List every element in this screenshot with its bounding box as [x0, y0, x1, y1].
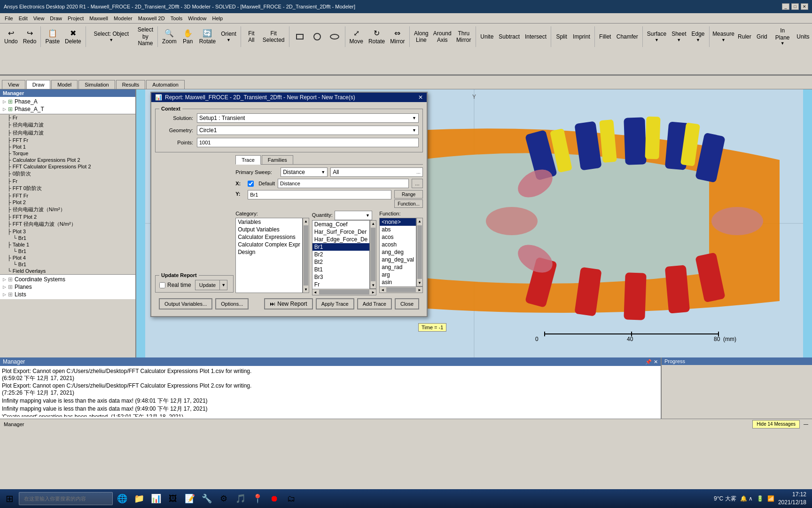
coord-sys-item[interactable]: ▷ ⊞ Coordinate Systems [1, 276, 134, 283]
maximize-btn[interactable]: □ [791, 3, 799, 10]
qty-fr[interactable]: Fr [312, 281, 369, 288]
qty-br2[interactable]: Br2 [312, 251, 369, 258]
fn-none[interactable]: <none> [380, 218, 416, 226]
notification-area[interactable]: 🔔 ∧ [740, 495, 753, 502]
tree-radial2[interactable]: ├ 径向电磁力波 [0, 129, 135, 137]
function-button[interactable]: Function... [394, 199, 423, 208]
sheet-button[interactable]: Sheet ▼ [669, 26, 688, 47]
move-button[interactable]: ⤢ Move [347, 26, 366, 47]
in-plane-button[interactable]: In Plane ▼ [771, 26, 794, 47]
cat-scroll-down[interactable]: ▼ [303, 286, 309, 293]
taskbar-app3[interactable]: 🎵 [233, 491, 248, 506]
tree-fft-0[interactable]: ├ FFT 0阶阶次 [0, 184, 135, 192]
menu-view[interactable]: View [31, 15, 47, 22]
close-btn[interactable]: ✕ [801, 3, 808, 10]
fn-ang-deg-val[interactable]: ang_deg_val [380, 256, 416, 263]
tree-plot1[interactable]: ├ Plot 1 [0, 143, 135, 150]
redo-button[interactable]: ↪ Redo [21, 26, 39, 47]
taskbar-img[interactable]: 🖼 [165, 491, 180, 506]
intersect-button[interactable]: Intersect [523, 26, 549, 47]
tree-br1-2[interactable]: └ Br1 [0, 248, 135, 254]
menu-maxwell[interactable]: Maxwell [86, 15, 111, 22]
update-button[interactable]: Update [195, 280, 220, 290]
message-content[interactable]: Plot Export: Cannot open C:/Users/zheliu… [0, 366, 661, 417]
y-input[interactable] [248, 190, 391, 199]
cat-output[interactable]: Output Variables [236, 226, 302, 233]
paste-button[interactable]: 📋 Paste [43, 26, 62, 47]
tree-radial-nm[interactable]: ├ 径向电磁力波（N/m²） [0, 206, 135, 214]
quantity-scrollbar[interactable]: ▲ ▼ [370, 220, 376, 289]
fn-ang-deg[interactable]: ang_deg [380, 248, 416, 256]
tree-field-overlays[interactable]: └ Field Overlays [0, 268, 135, 274]
menu-file[interactable]: File [2, 15, 16, 22]
tree-list[interactable]: ├ Fr ├ 径向电磁力波 ├ 径向电磁力波 ├ FFT Fr ├ Plot 1… [0, 114, 135, 274]
taskbar-folder[interactable]: 🗂 [284, 491, 299, 506]
primary-sweep-dropdown[interactable]: Distance ▼ [281, 167, 328, 177]
undo-button[interactable]: ↩ Undo [2, 26, 20, 47]
quantity-dropdown[interactable]: ▼ [335, 211, 372, 220]
phase-a-item[interactable]: ▷ ⊞ Phase_A [1, 98, 134, 105]
qty-br3[interactable]: Br3 [312, 273, 369, 281]
output-variables-button[interactable]: Output Variables... [159, 298, 212, 310]
menu-modeler[interactable]: Modeler [111, 15, 135, 22]
pan-button[interactable]: ✋ Pan [180, 26, 196, 47]
subtract-button[interactable]: Subtract [496, 26, 522, 47]
tree-fft-radial[interactable]: ├ FFT 径向电磁力波（N/m²） [0, 220, 135, 228]
dialog-close-button[interactable]: ✕ [418, 94, 423, 101]
taskbar-record[interactable]: ⏺ [267, 491, 282, 506]
planes-item[interactable]: ▷ ⊞ Planes [1, 283, 134, 291]
cat-scroll-up[interactable]: ▲ [303, 218, 309, 224]
tree-fft-fr[interactable]: ├ FFT Fr [0, 137, 135, 143]
tree-radial1[interactable]: ├ 径向电磁力波 [0, 121, 135, 129]
imprint-button[interactable]: Imprint [570, 26, 593, 47]
tab-results[interactable]: Results [116, 80, 146, 89]
fillet-button[interactable]: Fillet [597, 26, 614, 47]
fit-selected-button[interactable]: Fit Selected [260, 26, 287, 47]
taskbar-edge[interactable]: 🌐 [115, 491, 130, 506]
qty-hscroll-left[interactable]: ◄ [312, 290, 318, 294]
tree-fft-plot2[interactable]: ├ FFT Plot 2 [0, 214, 135, 220]
report-dialog[interactable]: 📊 Report: Maxwell_FROCE - 2D_Transient_2… [150, 92, 428, 317]
fn-scroll-up[interactable]: ▲ [417, 218, 422, 224]
chamfer-button[interactable]: Chamfer [614, 26, 640, 47]
primary-sweep-all[interactable]: All … [330, 167, 423, 177]
cat-scroll-thumb[interactable] [304, 225, 308, 286]
points-input[interactable] [197, 138, 419, 147]
unite-button[interactable]: Unite [478, 26, 496, 47]
zoom-button[interactable]: 🔍 Zoom [160, 26, 179, 47]
function-scrollbar[interactable]: ▲ ▼ [416, 218, 423, 286]
category-list[interactable]: Variables Output Variables Calculator Ex… [235, 218, 303, 293]
msg-pin-button[interactable]: 📌 [645, 359, 652, 365]
function-list[interactable]: <none> abs acos acosh ang_deg ang_deg_va… [379, 218, 416, 286]
new-report-button[interactable]: ⏭ New Report [264, 298, 312, 310]
tab-trace[interactable]: Trace [235, 155, 261, 165]
fn-arg[interactable]: arg [380, 271, 416, 278]
x-browse-button[interactable]: … [412, 179, 423, 188]
qty-bt2[interactable]: Bt2 [312, 258, 369, 266]
realtime-checkbox[interactable] [159, 282, 165, 288]
tree-table1[interactable]: ├ Table 1 [0, 241, 135, 248]
menu-help[interactable]: Help [209, 15, 226, 22]
range-button[interactable]: Range [394, 190, 423, 198]
fit-all-button[interactable]: Fit All [243, 26, 260, 47]
mirror-button[interactable]: ⇔ Mirror [388, 26, 407, 47]
tab-simulation[interactable]: Simulation [78, 80, 115, 89]
menu-project[interactable]: Project [65, 15, 86, 22]
cat-calc-complex[interactable]: Calculator Complex Expr [236, 241, 302, 248]
menu-window[interactable]: Window [185, 15, 209, 22]
delete-button[interactable]: ✖ Delete [62, 26, 84, 47]
add-trace-button[interactable]: Add Trace [357, 298, 392, 310]
edge-button[interactable]: Edge ▼ [689, 26, 707, 47]
qty-scroll-down[interactable]: ▼ [370, 282, 376, 288]
x-input[interactable] [278, 179, 409, 188]
expand-icon[interactable]: ▷ [3, 99, 6, 104]
fn-hscroll-right[interactable]: ► [417, 288, 422, 292]
thru-mirror-button[interactable]: Thru Mirror [453, 26, 474, 47]
quantity-list[interactable]: Demag_Coef Har_Surf_Force_Der Har_Edge_F… [312, 220, 370, 289]
qty-har-surf[interactable]: Har_Surf_Force_Der [312, 228, 369, 236]
tree-torque[interactable]: ├ Torque [0, 150, 135, 157]
tree-plot4[interactable]: ├ Plot 4 [0, 254, 135, 261]
tree-plot3[interactable]: ├ Plot 3 [0, 228, 135, 235]
qty-har-edge[interactable]: Har_Edge_Force_De [312, 236, 369, 243]
menu-edit[interactable]: Edit [16, 15, 31, 22]
